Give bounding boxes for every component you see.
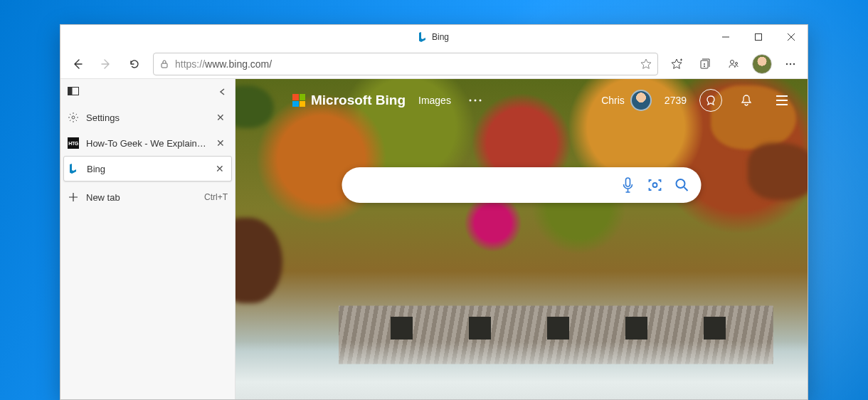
close-tab-button[interactable]: ✕ <box>213 112 228 123</box>
svg-point-11 <box>469 100 471 102</box>
notifications-icon[interactable] <box>735 89 758 112</box>
tab-howtogeek[interactable]: HTG How-To Geek - We Explain Techn ✕ <box>60 130 235 156</box>
voice-search-icon[interactable] <box>619 176 637 194</box>
htg-favicon-icon: HTG <box>68 137 79 149</box>
svg-point-10 <box>72 116 75 119</box>
minimize-button[interactable] <box>709 25 742 49</box>
address-bar[interactable]: https://www.bing.com/ <box>153 53 658 75</box>
bing-brand-text: Microsoft Bing <box>311 93 406 108</box>
tab-label: Bing <box>87 164 206 174</box>
new-tab-label: New tab <box>86 192 197 203</box>
collapse-sidebar-button[interactable] <box>218 87 228 97</box>
image-search-icon[interactable] <box>646 176 665 194</box>
tabs-panel-icon[interactable] <box>68 86 79 98</box>
tab-bing[interactable]: Bing ✕ <box>63 156 232 181</box>
browser-window: Bing https://www.bing.com/ <box>60 24 808 400</box>
sidebar-header <box>60 79 235 105</box>
user-avatar-icon <box>630 90 652 111</box>
tab-label: Settings <box>86 112 206 123</box>
user-name: Chris <box>601 95 625 106</box>
svg-rect-9 <box>68 88 73 95</box>
nav-images-link[interactable]: Images <box>418 95 451 106</box>
rewards-icon[interactable] <box>699 89 722 112</box>
svg-point-3 <box>731 60 734 63</box>
maximize-button[interactable] <box>742 25 775 49</box>
more-nav-button[interactable] <box>464 89 487 112</box>
page-content: Microsoft Bing Images Chris 2739 <box>235 79 808 399</box>
rewards-points[interactable]: 2739 <box>665 95 687 106</box>
bing-wallpaper <box>235 79 808 399</box>
bing-logo[interactable]: Microsoft Bing <box>292 93 406 108</box>
refresh-button[interactable] <box>122 53 147 75</box>
search-input[interactable] <box>356 179 610 191</box>
svg-point-13 <box>479 100 481 102</box>
svg-point-12 <box>474 100 476 102</box>
gear-icon <box>68 112 79 123</box>
close-tab-button[interactable]: ✕ <box>213 137 228 149</box>
close-tab-button[interactable]: ✕ <box>213 163 227 174</box>
close-button[interactable] <box>775 25 808 49</box>
bing-user[interactable]: Chris <box>601 90 652 111</box>
svg-point-16 <box>677 179 685 188</box>
account-avatar[interactable] <box>749 53 775 75</box>
back-button[interactable] <box>65 53 90 75</box>
profile-button[interactable] <box>721 53 746 75</box>
bing-favicon-icon <box>419 32 428 42</box>
bing-search-box[interactable] <box>342 167 702 203</box>
window-title: Bing <box>432 32 449 42</box>
bing-header: Microsoft Bing Images Chris 2739 <box>235 86 808 115</box>
svg-point-15 <box>653 183 657 187</box>
svg-rect-0 <box>756 34 762 41</box>
new-tab-shortcut: Ctrl+T <box>204 192 228 202</box>
collections-button[interactable] <box>692 53 718 75</box>
svg-rect-14 <box>626 178 630 186</box>
favorites-button[interactable] <box>664 53 689 75</box>
tab-label: How-To Geek - We Explain Techn <box>86 138 206 149</box>
svg-point-7 <box>793 63 795 64</box>
settings-more-button[interactable] <box>778 53 803 75</box>
favorite-star-icon[interactable] <box>640 58 652 70</box>
browser-toolbar: https://www.bing.com/ <box>60 49 808 79</box>
svg-point-5 <box>786 63 788 64</box>
search-submit-icon[interactable] <box>673 176 692 194</box>
forward-button[interactable] <box>93 53 119 75</box>
lock-icon <box>159 59 169 69</box>
window-controls <box>709 25 808 49</box>
svg-point-4 <box>736 62 738 64</box>
bing-favicon-icon <box>68 163 80 174</box>
plus-icon <box>68 191 79 203</box>
microsoft-logo-icon <box>292 94 305 107</box>
hamburger-menu-icon[interactable] <box>771 89 793 112</box>
titlebar: Bing <box>60 25 808 49</box>
vertical-tabs-sidebar: Settings ✕ HTG How-To Geek - We Explain … <box>60 79 235 399</box>
new-tab-button[interactable]: New tab Ctrl+T <box>60 184 235 210</box>
svg-rect-1 <box>162 63 167 68</box>
window-title-group: Bing <box>419 32 449 42</box>
tab-settings[interactable]: Settings ✕ <box>60 105 235 130</box>
url-text: https://www.bing.com/ <box>175 58 635 70</box>
browser-body: Settings ✕ HTG How-To Geek - We Explain … <box>60 79 808 399</box>
svg-point-6 <box>790 63 791 64</box>
